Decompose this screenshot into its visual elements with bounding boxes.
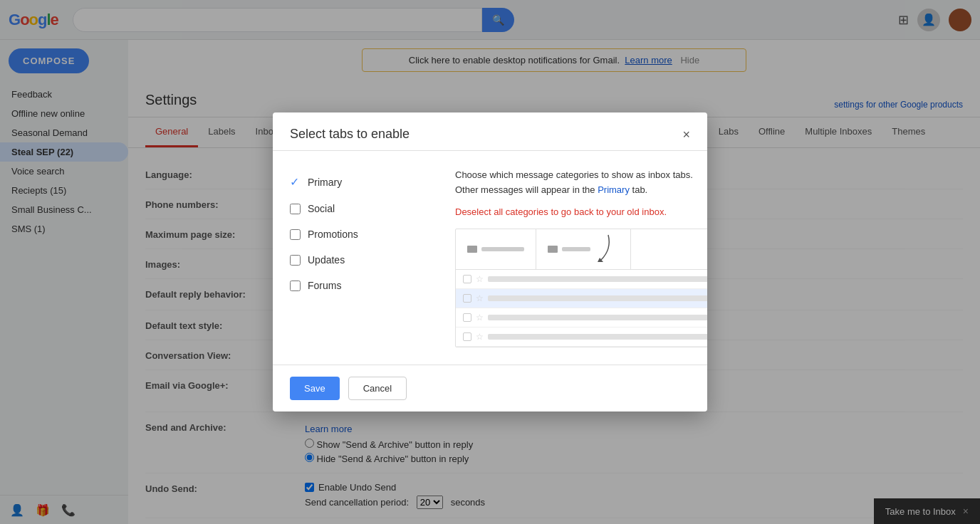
preview-tabs-row [456, 229, 707, 270]
row-checkbox-4 [463, 332, 471, 341]
row-line-3 [488, 315, 707, 320]
preview-row-1: ☆ [456, 270, 707, 289]
row-star-2: ☆ [476, 293, 484, 303]
modal-checkboxes: ✓ Primary Social Promotions Updates [290, 168, 432, 347]
social-label[interactable]: Social [308, 203, 335, 214]
modal-description: Choose which message categories to show … [455, 168, 707, 198]
modal-close-button[interactable]: × [682, 128, 690, 141]
checkbox-forums: Forums [290, 273, 432, 298]
modal-footer: Save Cancel [273, 365, 707, 412]
row-checkbox-2 [463, 294, 471, 303]
promotions-label[interactable]: Promotions [308, 229, 358, 240]
modal-overlay: Select tabs to enable × ✓ Primary Social… [0, 0, 980, 524]
modal-right: Choose which message categories to show … [455, 168, 707, 347]
preview-row-2: ☆ [456, 289, 707, 308]
primary-label[interactable]: Primary [308, 177, 342, 188]
preview-tab-social [536, 229, 631, 269]
modal-body: ✓ Primary Social Promotions Updates [273, 151, 707, 365]
row-star-4: ☆ [476, 332, 484, 342]
promotions-checkbox[interactable] [290, 229, 301, 240]
preview-tab-primary [456, 229, 536, 269]
curved-arrow-svg [598, 235, 619, 263]
preview-row-3: ☆ [456, 308, 707, 328]
forums-checkbox[interactable] [290, 281, 301, 291]
row-star-3: ☆ [476, 313, 484, 323]
row-line-4 [488, 334, 707, 340]
forums-label[interactable]: Forums [308, 280, 341, 291]
row-checkbox-3 [463, 313, 471, 322]
modal-header: Select tabs to enable × [273, 112, 707, 151]
preview-row-4: ☆ [456, 328, 707, 347]
row-line-1 [488, 276, 707, 282]
preview-rows: ☆ ☆ ☆ [456, 270, 707, 347]
row-line-2 [488, 295, 707, 301]
modal-title: Select tabs to enable [290, 127, 410, 142]
row-checkbox-1 [463, 275, 471, 283]
tab-line-2 [562, 247, 590, 251]
inbox-preview: ☆ ☆ ☆ [455, 229, 707, 347]
updates-checkbox[interactable] [290, 255, 301, 266]
inbox-icon [467, 246, 477, 253]
checkbox-updates: Updates [290, 247, 432, 273]
social-checkbox[interactable] [290, 204, 301, 214]
person-icon-small [548, 246, 558, 253]
checkbox-primary: ✓ Primary [290, 168, 432, 196]
tab-line [481, 247, 524, 251]
checkbox-promotions: Promotions [290, 221, 432, 247]
primary-link: Primary [598, 184, 630, 195]
cancel-button[interactable]: Cancel [348, 377, 407, 400]
row-star-1: ☆ [476, 274, 484, 284]
modal-warning: Deselect all categories to go back to yo… [455, 206, 707, 217]
save-button[interactable]: Save [290, 377, 340, 400]
select-tabs-modal: Select tabs to enable × ✓ Primary Social… [273, 112, 707, 412]
checkbox-social: Social [290, 196, 432, 221]
primary-checkmark: ✓ [290, 175, 301, 189]
updates-label[interactable]: Updates [308, 254, 345, 266]
